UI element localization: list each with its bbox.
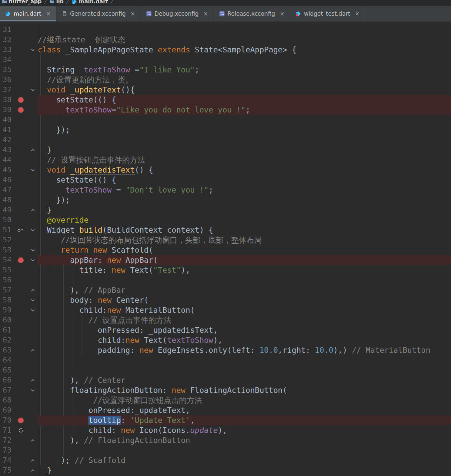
code-text[interactable]: onPressed:_updateText, bbox=[38, 405, 451, 415]
line-number[interactable]: 63 bbox=[0, 345, 13, 355]
line-number[interactable]: 51 bbox=[0, 225, 13, 235]
code-line-62[interactable]: 62 child:new Text(textToShow), bbox=[0, 335, 451, 345]
line-number[interactable]: 36 bbox=[0, 75, 13, 85]
line-number[interactable]: 55 bbox=[0, 265, 13, 275]
fold-open-icon[interactable] bbox=[30, 298, 35, 303]
line-number[interactable]: 73 bbox=[0, 445, 13, 455]
code-line-47[interactable]: 47 textToShow = "Don't love you !"; bbox=[0, 185, 451, 195]
line-number[interactable]: 41 bbox=[0, 125, 13, 135]
code-text[interactable]: child:new MaterialButton( bbox=[38, 305, 451, 315]
code-text[interactable]: setState(() { bbox=[38, 175, 451, 185]
fold-close-icon[interactable] bbox=[30, 148, 35, 153]
line-number[interactable]: 59 bbox=[0, 305, 13, 315]
code-text[interactable]: //设置更新的方法，类。 bbox=[38, 75, 451, 85]
tab-close-icon[interactable]: × bbox=[203, 11, 208, 17]
fold-open-icon[interactable] bbox=[30, 87, 35, 92]
code-line-70[interactable]: 70 tooltip: 'Update Text', bbox=[0, 415, 451, 425]
line-number[interactable]: 62 bbox=[0, 335, 13, 345]
line-number[interactable]: 70 bbox=[0, 415, 13, 425]
code-text[interactable]: ), // AppBar bbox=[38, 285, 451, 295]
line-number[interactable]: 44 bbox=[0, 155, 13, 165]
code-text[interactable] bbox=[38, 355, 451, 365]
breakpoint-icon[interactable] bbox=[18, 257, 24, 263]
history-icon[interactable] bbox=[18, 428, 24, 433]
code-line-33[interactable]: 33class _SampleAppPageState extends Stat… bbox=[0, 45, 451, 55]
line-number[interactable]: 43 bbox=[0, 145, 13, 155]
code-line-65[interactable]: 65 bbox=[0, 365, 451, 375]
line-number[interactable]: 57 bbox=[0, 285, 13, 295]
tab-generated-xcconfig[interactable]: Generated.xcconfig× bbox=[56, 6, 141, 21]
code-text[interactable]: padding: new EdgeInsets.only(left: 10.0,… bbox=[38, 345, 451, 355]
code-line-45[interactable]: 45 void _updatedisText() { bbox=[0, 165, 451, 175]
code-line-74[interactable]: 74 ); // Scaffold bbox=[0, 455, 451, 465]
line-number[interactable]: 53 bbox=[0, 245, 13, 255]
code-line-72[interactable]: 72 ), // FloatingActionButton bbox=[0, 435, 451, 445]
code-line-53[interactable]: 53 return new Scaffold( bbox=[0, 245, 451, 255]
code-text[interactable]: onPressed: _updatedisText, bbox=[38, 325, 451, 335]
line-number[interactable]: 58 bbox=[0, 295, 13, 305]
code-line-51[interactable]: 51 Widget build(BuildContext context) { bbox=[0, 225, 451, 235]
code-text[interactable] bbox=[38, 135, 451, 145]
line-number[interactable]: 50 bbox=[0, 215, 13, 225]
line-number[interactable]: 66 bbox=[0, 375, 13, 385]
code-line-37[interactable]: 37 void _updateText(){ bbox=[0, 85, 451, 95]
tab-release-xcconfig[interactable]: C++Release.xcconfig× bbox=[214, 6, 290, 21]
code-line-73[interactable]: 73 bbox=[0, 445, 451, 455]
line-number[interactable]: 49 bbox=[0, 205, 13, 215]
code-text[interactable]: floatingActionButton: new FloatingAction… bbox=[38, 385, 451, 395]
line-number[interactable]: 45 bbox=[0, 165, 13, 175]
line-number[interactable]: 72 bbox=[0, 435, 13, 445]
code-line-66[interactable]: 66 ), // Center bbox=[0, 375, 451, 385]
code-text[interactable]: @override bbox=[38, 215, 451, 225]
code-text[interactable]: // 设置点击事件的方法 bbox=[38, 315, 451, 325]
line-number[interactable]: 56 bbox=[0, 275, 13, 285]
line-number[interactable]: 71 bbox=[0, 425, 13, 435]
breakpoint-icon[interactable] bbox=[18, 97, 24, 103]
breadcrumb-item-flutter-app[interactable]: flutter_app bbox=[2, 0, 42, 5]
tab-close-icon[interactable]: × bbox=[46, 11, 51, 17]
fold-close-icon[interactable] bbox=[30, 208, 35, 213]
tab-close-icon[interactable]: × bbox=[355, 11, 360, 17]
line-number[interactable]: 61 bbox=[0, 325, 13, 335]
code-text[interactable]: ), // Center bbox=[38, 375, 451, 385]
tab-close-icon[interactable]: × bbox=[130, 11, 135, 17]
code-line-39[interactable]: 39 textToShow="Like you do not love you … bbox=[0, 105, 451, 115]
code-text[interactable]: return new Scaffold( bbox=[38, 245, 451, 255]
line-number[interactable]: 74 bbox=[0, 455, 13, 465]
code-line-43[interactable]: 43 } bbox=[0, 145, 451, 155]
line-number[interactable]: 35 bbox=[0, 65, 13, 75]
fold-open-icon[interactable] bbox=[30, 388, 35, 393]
line-number[interactable]: 65 bbox=[0, 365, 13, 375]
code-text[interactable]: //设置浮动窗口按钮点击的方法 bbox=[38, 395, 451, 405]
code-text[interactable]: child:new Text(textToShow), bbox=[38, 335, 451, 345]
code-line-46[interactable]: 46 setState(() { bbox=[0, 175, 451, 185]
line-number[interactable]: 37 bbox=[0, 85, 13, 95]
code-text[interactable]: class _SampleAppPageState extends State<… bbox=[38, 45, 451, 55]
line-number[interactable]: 54 bbox=[0, 255, 13, 265]
line-number[interactable]: 68 bbox=[0, 395, 13, 405]
code-text[interactable] bbox=[38, 115, 451, 125]
line-number[interactable]: 47 bbox=[0, 185, 13, 195]
breakpoint-icon[interactable] bbox=[18, 107, 24, 113]
code-text[interactable] bbox=[38, 55, 451, 65]
code-text[interactable]: } bbox=[38, 205, 451, 215]
fold-close-icon[interactable] bbox=[30, 288, 35, 293]
code-line-61[interactable]: 61 onPressed: _updatedisText, bbox=[0, 325, 451, 335]
code-text[interactable] bbox=[38, 25, 451, 35]
code-text[interactable]: setState(() { bbox=[38, 95, 451, 105]
code-text[interactable]: textToShow="Like you do not love you !"; bbox=[38, 105, 451, 115]
code-line-63[interactable]: 63 padding: new EdgeInsets.only(left: 10… bbox=[0, 345, 451, 355]
line-number[interactable]: 46 bbox=[0, 175, 13, 185]
code-text[interactable] bbox=[38, 275, 451, 285]
code-line-60[interactable]: 60 // 设置点击事件的方法 bbox=[0, 315, 451, 325]
code-line-48[interactable]: 48 }); bbox=[0, 195, 451, 205]
code-line-58[interactable]: 58 body: new Center( bbox=[0, 295, 451, 305]
code-text[interactable]: String textToShow ="I like You"; bbox=[38, 65, 451, 75]
code-line-67[interactable]: 67 floatingActionButton: new FloatingAct… bbox=[0, 385, 451, 395]
code-text[interactable]: void _updateText(){ bbox=[38, 85, 451, 95]
code-line-54[interactable]: 54 appBar: new AppBar( bbox=[0, 255, 451, 265]
code-text[interactable]: }); bbox=[38, 125, 451, 135]
code-text[interactable]: //返回带状态的布局包括浮动窗口，头部，底部，整体布局 bbox=[38, 235, 451, 245]
code-text[interactable]: // 设置按钮点击事件的方法 bbox=[38, 155, 451, 165]
code-text[interactable]: }); bbox=[38, 195, 451, 205]
